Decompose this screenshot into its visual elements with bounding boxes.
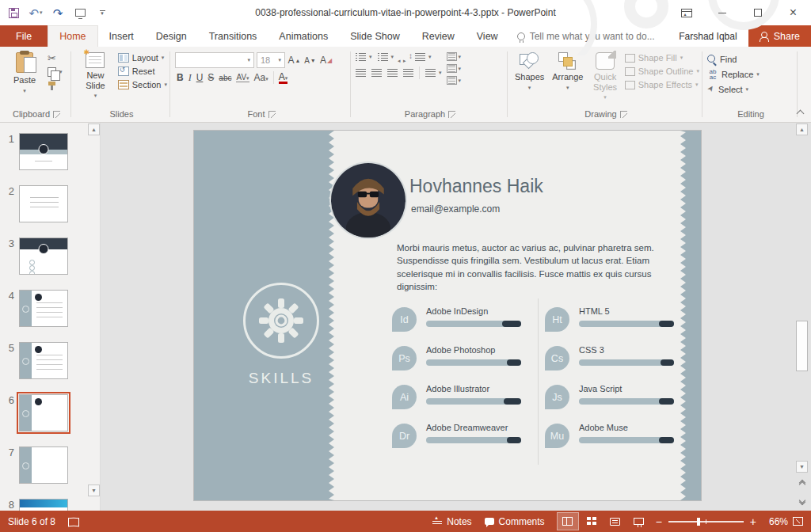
skill-label: HTML 5 [579,306,674,316]
text-direction-button[interactable]: ▾ [447,52,462,61]
thumbnail-scrollbar[interactable]: ▲ ▼ [87,123,101,511]
align-left-icon[interactable] [356,69,366,77]
clear-formatting-icon[interactable]: A◢ [319,53,333,67]
shapes-button[interactable]: Shapes▾ [512,50,546,108]
slide-thumbnail-7[interactable] [19,446,68,484]
arrange-button[interactable]: Arrange▾ [550,50,585,108]
tab-design[interactable]: Design [145,25,198,47]
new-slide-button[interactable]: New Slide▾ [76,50,115,108]
slide-thumbnail-4[interactable] [19,290,68,327]
character-spacing-button[interactable]: AV▾ [236,73,249,82]
zoom-slider-thumb[interactable] [697,518,700,526]
cv-bio-text[interactable]: Morbi mauris metus, auctor ac varius ac,… [397,241,691,293]
scroll-up-icon[interactable]: ▲ [88,124,100,135]
convert-smartart-button[interactable]: ▾ [447,76,462,85]
normal-view-button[interactable] [558,513,578,530]
slide-thumbnail-1[interactable] [19,133,68,170]
shape-outline-button[interactable]: Shape Outline▾ [625,66,699,76]
italic-button[interactable]: I [188,72,192,84]
shape-fill-button[interactable]: Shape Fill▾ [625,53,699,63]
scroll-down-icon[interactable]: ▼ [88,484,100,496]
close-icon[interactable]: × [775,0,811,25]
minimize-icon[interactable] [704,0,740,25]
columns-button[interactable]: ▾ [425,69,442,77]
slide-thumbnail-2[interactable] [19,185,68,222]
vertical-scrollbar[interactable]: ▲ ▼ [795,123,809,511]
line-spacing-button[interactable]: ▾ [410,53,432,61]
strikethrough-button[interactable]: S [208,72,214,83]
tab-view[interactable]: View [466,25,509,47]
tab-slide-show[interactable]: Slide Show [339,25,411,47]
zoom-out-icon[interactable]: − [656,515,662,528]
skills-title[interactable]: SKILLS [194,370,368,387]
notes-button[interactable]: Notes [426,511,478,532]
tab-home[interactable]: Home [48,25,97,47]
format-painter-icon[interactable] [48,81,57,90]
scroll-down-icon[interactable]: ▼ [796,461,808,473]
share-button[interactable]: Share [748,25,811,47]
tab-file[interactable]: File [0,25,48,47]
font-color-button[interactable]: A▾ [279,72,288,84]
select-button[interactable]: Select▾ [707,85,760,94]
clipboard-dialog-launcher[interactable] [53,111,60,118]
cv-email[interactable]: email@example.com [411,203,500,215]
slide-thumbnail-8[interactable] [19,499,68,511]
grow-font-icon[interactable]: A▲ [287,53,301,67]
drawing-dialog-launcher[interactable] [620,111,627,118]
comments-button[interactable]: Comments [478,511,551,532]
reset-button[interactable]: Reset [118,66,167,76]
section-button[interactable]: Section▾ [118,80,167,89]
shrink-font-icon[interactable]: A▼ [303,53,317,67]
scrollbar-thumb[interactable] [796,321,808,371]
align-text-button[interactable]: ▾ [447,64,462,73]
find-button[interactable]: Find [707,55,760,64]
scroll-up-icon[interactable]: ▲ [796,124,808,135]
account-name[interactable]: Farshad Iqbal [668,25,748,47]
copy-button[interactable]: ▾ [48,67,63,77]
slide-thumbnail-5[interactable] [19,342,68,379]
tell-me-box[interactable]: Tell me what you want to do... [509,25,663,47]
zoom-in-icon[interactable]: + [750,515,756,528]
align-center-icon[interactable] [371,69,382,77]
font-dialog-launcher[interactable] [268,111,276,118]
slide-sorter-button[interactable] [581,513,602,530]
change-case-button[interactable]: Aa▾ [254,72,268,83]
font-size-combo[interactable]: 18▾ [257,52,285,68]
slide-thumbnail-6[interactable] [19,394,68,431]
shadow-button[interactable]: abc [219,74,231,82]
zoom-percent[interactable]: 66% [763,516,788,527]
tab-animations[interactable]: Animations [268,25,339,47]
replace-button[interactable]: abacReplace▾ [707,69,760,80]
maximize-icon[interactable] [740,0,775,25]
ribbon-display-options-icon[interactable] [668,0,704,25]
reading-view-button[interactable] [605,513,626,530]
shape-effects-button[interactable]: Shape Effects▾ [625,80,699,89]
align-right-icon[interactable] [387,69,398,77]
profile-photo[interactable] [331,163,406,238]
slide-canvas[interactable]: Hovhannes Haik email@example.com Morbi m… [194,131,701,500]
collapse-ribbon-icon[interactable] [797,109,803,116]
zoom-slider[interactable] [668,521,744,522]
underline-button[interactable]: U [196,72,204,83]
layout-button[interactable]: Layout▾ [118,53,167,63]
bold-button[interactable]: B [177,72,184,83]
slide-thumbnail-3[interactable] [19,238,68,275]
slideshow-view-button[interactable] [629,513,649,530]
justify-icon[interactable] [403,69,413,77]
paragraph-dialog-launcher[interactable] [448,111,455,118]
tab-insert[interactable]: Insert [98,25,145,47]
spellcheck-icon[interactable] [68,518,79,526]
fit-slide-to-window-icon[interactable] [793,517,803,526]
tab-transitions[interactable]: Transitions [198,25,268,47]
cut-icon[interactable]: ✂ [48,53,63,63]
numbering-button[interactable]: ▾ [378,53,394,61]
quick-styles-button[interactable]: Quick Styles▾ [588,50,621,108]
slide-thumbnail-row: 7 [0,446,87,484]
next-slide-button[interactable] [796,495,808,507]
previous-slide-button[interactable] [796,477,808,490]
cv-name[interactable]: Hovhannes Haik [409,176,543,197]
bullets-button[interactable]: ▾ [356,53,372,61]
font-name-combo[interactable]: ▾ [175,52,254,68]
paste-button[interactable]: Paste▾ [5,50,44,108]
tab-review[interactable]: Review [411,25,466,47]
